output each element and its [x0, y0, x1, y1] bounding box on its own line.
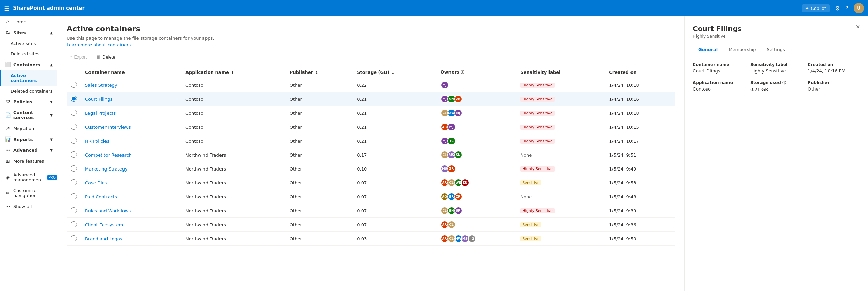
row-owners-cell: AGSRZR [437, 190, 517, 204]
detail-close-button[interactable]: ✕ [853, 22, 863, 31]
col-app-label: Application name [185, 70, 229, 75]
container-name-link[interactable]: Rules and Workflows [85, 208, 131, 213]
row-radio[interactable] [71, 151, 77, 158]
advanced-management-icon: ◈ [5, 175, 11, 180]
sidebar-policies-section[interactable]: 🛡 Policies ▼ [0, 96, 57, 107]
row-radio[interactable] [71, 179, 77, 185]
row-owners-cell: MJSNZR [437, 92, 517, 106]
sidebar-item-customize-nav[interactable]: ✏ Customize navigation [0, 185, 57, 201]
sidebar-reports-section[interactable]: 📊 Reports ▼ [0, 134, 57, 145]
detail-tab-membership[interactable]: Membership [723, 44, 761, 55]
sidebar-item-deleted-containers[interactable]: Deleted containers [0, 86, 57, 96]
containers-table: Container name Application name ↕ Publis… [67, 67, 675, 246]
field-container-name-label: Container name [693, 62, 745, 67]
row-publisher-cell: Other [285, 218, 353, 232]
detail-tabs: General Membership Settings [693, 44, 860, 55]
select-all-header[interactable] [67, 67, 81, 78]
export-button[interactable]: ↑ Export [67, 53, 90, 61]
avatar-group: CLMSSN [441, 151, 512, 159]
sidebar-item-active-sites[interactable]: Active sites [0, 38, 57, 49]
row-radio[interactable] [71, 235, 77, 241]
sidebar-deleted-containers-label: Deleted containers [11, 88, 52, 94]
row-radio[interactable] [71, 165, 77, 172]
row-radio[interactable] [71, 82, 77, 88]
tab-general-label: General [698, 47, 718, 52]
sidebar-item-deleted-sites[interactable]: Deleted sites [0, 49, 57, 59]
hamburger-icon[interactable]: ☰ [4, 5, 10, 12]
row-radio[interactable] [71, 124, 77, 130]
container-name-link[interactable]: Competitor Research [85, 152, 132, 158]
row-radio[interactable] [71, 96, 77, 102]
export-label: Export [74, 54, 87, 60]
detail-tab-general[interactable]: General [693, 44, 723, 55]
storage-info-icon: ⓘ [782, 81, 786, 85]
table-row: Legal ProjectsContosoOther0.21CLMWMJHigh… [67, 106, 675, 120]
settings-icon[interactable]: ⚙ [835, 5, 840, 12]
container-name-link[interactable]: Brand and Logos [85, 236, 122, 241]
container-name-link[interactable]: Sales Strategy [85, 83, 117, 88]
sidebar-item-home[interactable]: ⌂ Home [0, 16, 57, 27]
row-radio[interactable] [71, 193, 77, 199]
sidebar-item-migration[interactable]: ↗ Migration [0, 123, 57, 134]
user-avatar[interactable]: U [854, 3, 864, 13]
container-name-link[interactable]: Client Ecosystem [85, 222, 123, 227]
sidebar-migration-label: Migration [13, 126, 34, 131]
storage-sort-icon: ↓ [392, 71, 394, 75]
row-radio[interactable] [71, 110, 77, 116]
container-name-link[interactable]: Marketing Strategy [85, 166, 128, 172]
row-select-cell [67, 78, 81, 92]
row-select-cell [67, 120, 81, 134]
sidebar-item-show-all[interactable]: ⋯ Show all [0, 201, 57, 212]
sidebar-advanced-management-label: Advanced management [13, 172, 43, 182]
owner-avatar: ZR [454, 193, 462, 201]
sidebar-item-advanced-management[interactable]: ◈ Advanced management PRO [0, 169, 57, 185]
container-name-link[interactable]: Case Files [85, 180, 107, 185]
row-radio[interactable] [71, 221, 77, 227]
col-header-sensitivity[interactable]: Sensitivity label [516, 67, 605, 78]
col-header-name[interactable]: Container name [81, 67, 181, 78]
learn-more-link[interactable]: Learn more about containers [67, 42, 131, 47]
sidebar-advanced-section[interactable]: ⋯ Advanced ▼ [0, 145, 57, 156]
container-name-link[interactable]: Court Filings [85, 97, 112, 102]
row-select-cell [67, 232, 81, 246]
col-header-owners[interactable]: Owners ⓘ [437, 67, 517, 78]
container-name-link[interactable]: Legal Projects [85, 111, 116, 116]
row-sensitivity-cell: Sensitive [516, 218, 605, 232]
copilot-button[interactable]: ✦ Copilot [802, 4, 830, 12]
delete-button[interactable]: 🗑 Delete [93, 53, 119, 61]
row-radio[interactable] [71, 138, 77, 144]
avatar-group: CLMWMJ [441, 109, 512, 117]
help-icon[interactable]: ? [846, 5, 849, 12]
main-content: Active containers Use this page to manag… [57, 16, 684, 291]
col-storage-label: Storage (GB) [357, 70, 389, 75]
table-row: Court FilingsContosoOther0.21MJSNZRHighl… [67, 92, 675, 106]
sensitivity-badge: Highly Sensitive [520, 166, 555, 172]
table-row: Marketing StrategyNorthwind TradersOther… [67, 162, 675, 176]
col-header-app[interactable]: Application name ↕ [181, 67, 285, 78]
detail-tab-settings[interactable]: Settings [761, 44, 790, 55]
row-owners-cell: MJ [437, 78, 517, 92]
avatar-group: CLSNSR [441, 207, 512, 215]
tab-settings-label: Settings [767, 47, 785, 52]
col-header-created[interactable]: Created on [605, 67, 675, 78]
row-created-cell: 1/4/24, 10:15 [605, 120, 675, 134]
sidebar-sites-section[interactable]: 🗂 Sites ▲ [0, 27, 57, 38]
row-owners-cell: CLMWMJ [437, 106, 517, 120]
sidebar-item-active-containers[interactable]: Active containers [0, 70, 57, 86]
row-owners-cell: ARCLMWMS+2 [437, 232, 517, 246]
row-select-cell [67, 162, 81, 176]
row-name-cell: Brand and Logos [81, 232, 181, 246]
col-header-storage[interactable]: Storage (GB) ↓ [353, 67, 436, 78]
sidebar-containers-section[interactable]: ⬜ Containers ▲ [0, 59, 57, 70]
container-name-link[interactable]: Paid Contracts [85, 194, 117, 199]
sidebar-content-services-section[interactable]: 📄 Content services ▼ [0, 107, 57, 123]
row-app-cell: Northwind Traders [181, 176, 285, 190]
container-name-link[interactable]: Customer Interviews [85, 125, 131, 130]
container-name-link[interactable]: HR Policies [85, 139, 109, 144]
layout: ⌂ Home 🗂 Sites ▲ Active sites Deleted si… [0, 16, 868, 291]
app-sort-icon: ↕ [231, 71, 234, 75]
sidebar-item-more-features[interactable]: ⊞ More features [0, 156, 57, 166]
table-row: Client EcosystemNorthwind TradersOther0.… [67, 218, 675, 232]
row-radio[interactable] [71, 207, 77, 213]
col-header-publisher[interactable]: Publisher ↕ [285, 67, 353, 78]
